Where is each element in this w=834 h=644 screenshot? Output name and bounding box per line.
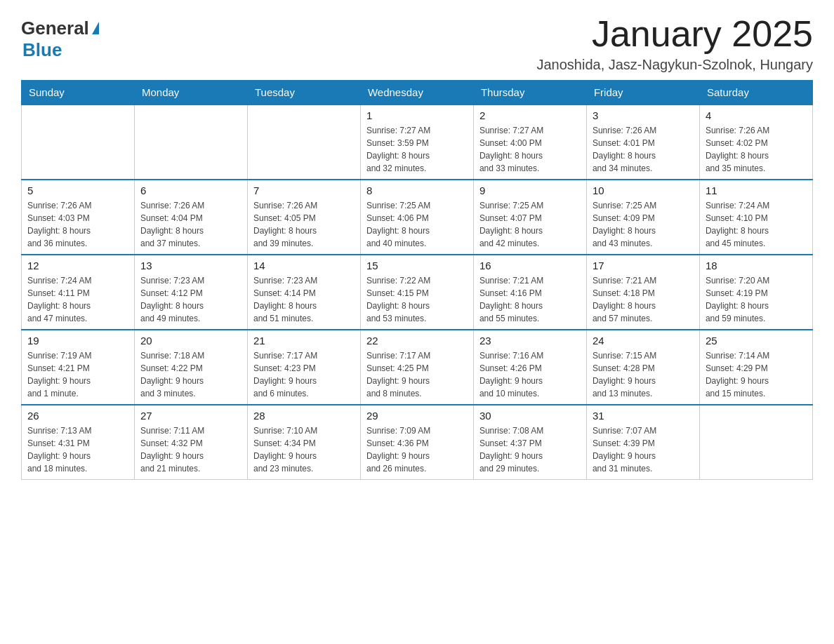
calendar-cell: 22Sunrise: 7:17 AM Sunset: 4:25 PM Dayli… [360, 330, 473, 405]
calendar-week-4: 19Sunrise: 7:19 AM Sunset: 4:21 PM Dayli… [22, 330, 813, 405]
day-info: Sunrise: 7:15 AM Sunset: 4:28 PM Dayligh… [593, 349, 694, 400]
day-number: 9 [479, 185, 581, 196]
calendar-cell: 18Sunrise: 7:20 AM Sunset: 4:19 PM Dayli… [699, 255, 812, 330]
day-number: 19 [27, 335, 128, 347]
calendar-week-5: 26Sunrise: 7:13 AM Sunset: 4:31 PM Dayli… [22, 405, 813, 480]
day-info: Sunrise: 7:13 AM Sunset: 4:31 PM Dayligh… [27, 424, 128, 475]
logo-blue-text: Blue [22, 39, 62, 61]
calendar-cell: 9Sunrise: 7:25 AM Sunset: 4:07 PM Daylig… [473, 180, 586, 255]
day-number: 1 [366, 109, 468, 121]
calendar-cell: 12Sunrise: 7:24 AM Sunset: 4:11 PM Dayli… [22, 255, 135, 330]
day-number: 8 [366, 185, 468, 196]
day-number: 20 [140, 335, 241, 347]
day-number: 13 [140, 260, 241, 271]
day-number: 11 [706, 185, 807, 196]
calendar-cell [699, 405, 812, 480]
day-number: 10 [593, 185, 694, 196]
day-info: Sunrise: 7:21 AM Sunset: 4:16 PM Dayligh… [479, 274, 581, 325]
day-info: Sunrise: 7:08 AM Sunset: 4:37 PM Dayligh… [479, 424, 581, 475]
day-info: Sunrise: 7:10 AM Sunset: 4:34 PM Dayligh… [253, 424, 355, 475]
calendar-cell: 20Sunrise: 7:18 AM Sunset: 4:22 PM Dayli… [134, 330, 247, 405]
day-number: 31 [593, 410, 694, 422]
weekday-header-sunday: Sunday [22, 81, 135, 105]
day-number: 15 [366, 260, 468, 271]
weekday-header-saturday: Saturday [699, 81, 812, 105]
page-header: General Blue January 2025 Janoshida, Jas… [21, 14, 813, 73]
logo: General Blue [21, 14, 99, 61]
calendar-cell: 25Sunrise: 7:14 AM Sunset: 4:29 PM Dayli… [699, 330, 812, 405]
calendar-cell: 19Sunrise: 7:19 AM Sunset: 4:21 PM Dayli… [22, 330, 135, 405]
calendar-cell: 2Sunrise: 7:27 AM Sunset: 4:00 PM Daylig… [473, 105, 586, 180]
day-number: 4 [706, 109, 807, 121]
calendar-cell: 6Sunrise: 7:26 AM Sunset: 4:04 PM Daylig… [134, 180, 247, 255]
day-number: 25 [706, 335, 807, 347]
day-info: Sunrise: 7:26 AM Sunset: 4:02 PM Dayligh… [706, 124, 807, 175]
month-title: January 2025 [536, 14, 813, 54]
calendar-cell [247, 105, 360, 180]
day-info: Sunrise: 7:22 AM Sunset: 4:15 PM Dayligh… [366, 274, 468, 325]
day-info: Sunrise: 7:17 AM Sunset: 4:25 PM Dayligh… [366, 349, 468, 400]
calendar-cell: 21Sunrise: 7:17 AM Sunset: 4:23 PM Dayli… [247, 330, 360, 405]
day-number: 29 [366, 410, 468, 422]
calendar-cell: 1Sunrise: 7:27 AM Sunset: 3:59 PM Daylig… [360, 105, 473, 180]
day-info: Sunrise: 7:24 AM Sunset: 4:10 PM Dayligh… [706, 199, 807, 250]
calendar-week-1: 1Sunrise: 7:27 AM Sunset: 3:59 PM Daylig… [22, 105, 813, 180]
day-info: Sunrise: 7:27 AM Sunset: 4:00 PM Dayligh… [479, 124, 581, 175]
day-number: 14 [253, 260, 355, 271]
calendar-cell [22, 105, 135, 180]
day-number: 26 [27, 410, 128, 422]
calendar-cell: 27Sunrise: 7:11 AM Sunset: 4:32 PM Dayli… [134, 405, 247, 480]
day-info: Sunrise: 7:16 AM Sunset: 4:26 PM Dayligh… [479, 349, 581, 400]
day-number: 22 [366, 335, 468, 347]
calendar-cell: 15Sunrise: 7:22 AM Sunset: 4:15 PM Dayli… [360, 255, 473, 330]
day-number: 17 [593, 260, 694, 271]
logo-general-text: General [21, 18, 89, 39]
day-number: 16 [479, 260, 581, 271]
day-number: 23 [479, 335, 581, 347]
calendar-cell: 30Sunrise: 7:08 AM Sunset: 4:37 PM Dayli… [473, 405, 586, 480]
day-number: 30 [479, 410, 581, 422]
day-info: Sunrise: 7:21 AM Sunset: 4:18 PM Dayligh… [593, 274, 694, 325]
location-subtitle: Janoshida, Jasz-Nagykun-Szolnok, Hungary [536, 57, 813, 73]
calendar-cell: 10Sunrise: 7:25 AM Sunset: 4:09 PM Dayli… [586, 180, 699, 255]
day-info: Sunrise: 7:25 AM Sunset: 4:09 PM Dayligh… [593, 199, 694, 250]
calendar-table: SundayMondayTuesdayWednesdayThursdayFrid… [21, 80, 813, 480]
calendar-cell: 3Sunrise: 7:26 AM Sunset: 4:01 PM Daylig… [586, 105, 699, 180]
calendar-cell: 16Sunrise: 7:21 AM Sunset: 4:16 PM Dayli… [473, 255, 586, 330]
calendar-cell: 5Sunrise: 7:26 AM Sunset: 4:03 PM Daylig… [22, 180, 135, 255]
day-info: Sunrise: 7:07 AM Sunset: 4:39 PM Dayligh… [593, 424, 694, 475]
calendar-cell [134, 105, 247, 180]
day-info: Sunrise: 7:09 AM Sunset: 4:36 PM Dayligh… [366, 424, 468, 475]
calendar-cell: 13Sunrise: 7:23 AM Sunset: 4:12 PM Dayli… [134, 255, 247, 330]
calendar-cell: 4Sunrise: 7:26 AM Sunset: 4:02 PM Daylig… [699, 105, 812, 180]
day-number: 18 [706, 260, 807, 271]
day-number: 7 [253, 185, 355, 196]
calendar-cell: 31Sunrise: 7:07 AM Sunset: 4:39 PM Dayli… [586, 405, 699, 480]
day-number: 28 [253, 410, 355, 422]
day-info: Sunrise: 7:26 AM Sunset: 4:01 PM Dayligh… [593, 124, 694, 175]
weekday-header-tuesday: Tuesday [247, 81, 360, 105]
day-info: Sunrise: 7:25 AM Sunset: 4:07 PM Dayligh… [479, 199, 581, 250]
day-number: 5 [27, 185, 128, 196]
day-info: Sunrise: 7:26 AM Sunset: 4:04 PM Dayligh… [140, 199, 241, 250]
calendar-cell: 28Sunrise: 7:10 AM Sunset: 4:34 PM Dayli… [247, 405, 360, 480]
day-number: 27 [140, 410, 241, 422]
calendar-cell: 29Sunrise: 7:09 AM Sunset: 4:36 PM Dayli… [360, 405, 473, 480]
weekday-header-wednesday: Wednesday [360, 81, 473, 105]
logo-triangle-icon [92, 22, 99, 34]
weekday-header-monday: Monday [134, 81, 247, 105]
calendar-cell: 11Sunrise: 7:24 AM Sunset: 4:10 PM Dayli… [699, 180, 812, 255]
day-info: Sunrise: 7:27 AM Sunset: 3:59 PM Dayligh… [366, 124, 468, 175]
day-info: Sunrise: 7:25 AM Sunset: 4:06 PM Dayligh… [366, 199, 468, 250]
day-number: 21 [253, 335, 355, 347]
day-info: Sunrise: 7:11 AM Sunset: 4:32 PM Dayligh… [140, 424, 241, 475]
day-number: 3 [593, 109, 694, 121]
day-info: Sunrise: 7:23 AM Sunset: 4:14 PM Dayligh… [253, 274, 355, 325]
weekday-header-friday: Friday [586, 81, 699, 105]
day-number: 2 [479, 109, 581, 121]
day-info: Sunrise: 7:26 AM Sunset: 4:05 PM Dayligh… [253, 199, 355, 250]
calendar-cell: 23Sunrise: 7:16 AM Sunset: 4:26 PM Dayli… [473, 330, 586, 405]
title-area: January 2025 Janoshida, Jasz-Nagykun-Szo… [536, 14, 813, 73]
calendar-cell: 24Sunrise: 7:15 AM Sunset: 4:28 PM Dayli… [586, 330, 699, 405]
day-info: Sunrise: 7:23 AM Sunset: 4:12 PM Dayligh… [140, 274, 241, 325]
